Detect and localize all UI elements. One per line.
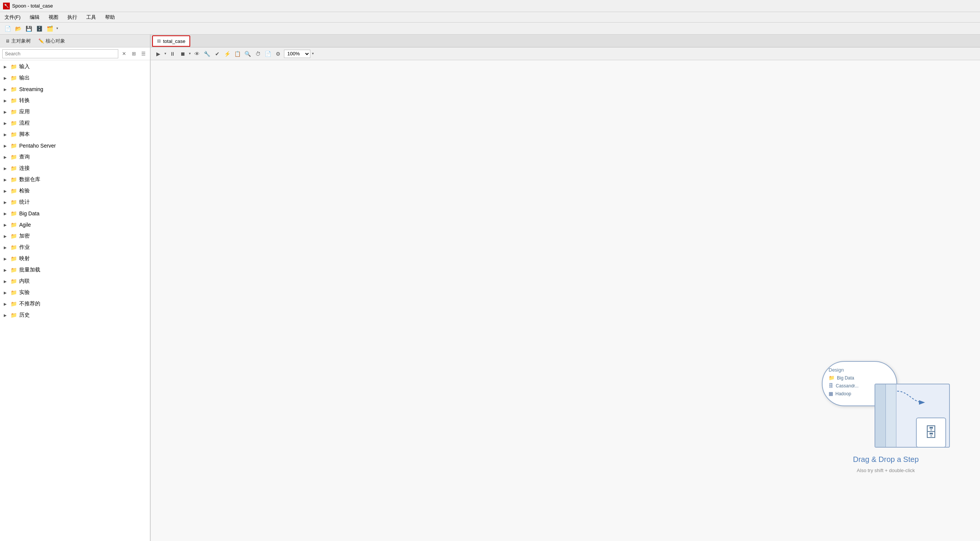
drag-drop-subtitle: Also try shift + double-click — [857, 468, 915, 473]
expand-arrow-streaming: ▶ — [4, 87, 8, 92]
verify-button[interactable]: ✔ — [213, 49, 222, 58]
tree-label-query: 查询 — [19, 154, 30, 160]
title-bar: 🥄 Spoon - total_case — [0, 0, 980, 12]
tree-item-statistics[interactable]: ▶ 📁 统计 — [0, 197, 150, 208]
drag-drop-title: Drag & Drop a Step — [853, 455, 919, 464]
menu-tools[interactable]: 工具 — [85, 13, 97, 21]
tree-item-apply[interactable]: ▶ 📁 应用 — [0, 106, 150, 117]
tree-item-experimental[interactable]: ▶ 📁 实验 — [0, 287, 150, 298]
expand-arrow-output: ▶ — [4, 76, 8, 80]
tree-item-mapping[interactable]: ▶ 📁 映射 — [0, 253, 150, 264]
play-button[interactable]: ▶ — [154, 49, 163, 58]
settings-button[interactable]: ⚙ — [274, 49, 283, 58]
explore-button[interactable]: 🔍 — [243, 49, 252, 58]
left-panel: 🖥 主对象树 ✏️ 核心对象 ✕ ⊞ ☰ ▶ 📁 输入 ▶ 📁 — [0, 35, 151, 541]
menu-run[interactable]: 执行 — [66, 13, 79, 21]
tab-main-tree-label: 主对象树 — [11, 38, 31, 44]
panel-tabs: 🖥 主对象树 ✏️ 核心对象 — [0, 35, 150, 48]
sql-button[interactable]: 📋 — [233, 49, 242, 58]
tree-item-query[interactable]: ▶ 📁 查询 — [0, 151, 150, 163]
tree-label-script: 脚本 — [19, 131, 30, 138]
tree-item-script[interactable]: ▶ 📁 脚本 — [0, 129, 150, 140]
save-as-button[interactable]: 🗄️ — [35, 24, 44, 33]
search-options-button[interactable]: ⊞ — [130, 50, 138, 58]
stop-dropdown[interactable]: ▼ — [188, 52, 191, 56]
search-expand-button[interactable]: ☰ — [139, 50, 148, 58]
tree-label-dep: 不推荐的 — [19, 300, 40, 307]
expand-arrow-script: ▶ — [4, 133, 8, 136]
tree-label-mapping: 映射 — [19, 255, 30, 262]
hint-illustration: Design 📁 Big Data 🗄 Cassandr... ▦ Hadoop — [822, 361, 950, 451]
expand-arrow-inline: ▶ — [4, 279, 8, 284]
popup-hadoop-label: Hadoop — [835, 391, 851, 397]
stop-button[interactable]: ⏹ — [178, 49, 187, 58]
tab-total-case[interactable]: ⊞ total_case — [152, 35, 190, 47]
search-clear-button[interactable]: ✕ — [120, 50, 128, 58]
expand-arrow-history: ▶ — [4, 313, 8, 317]
popup-cassandra-label: Cassandr... — [836, 383, 859, 389]
open-button[interactable]: 📂 — [14, 24, 22, 33]
zoom-select[interactable]: 100% 25% 50% 75% 150% 200% — [284, 50, 310, 58]
tab-main-tree[interactable]: 🖥 主对象树 — [2, 36, 34, 46]
tree-item-validate[interactable]: ▶ 📁 检验 — [0, 185, 150, 197]
menu-view[interactable]: 视图 — [47, 13, 60, 21]
toolbar-dropdown-arrow[interactable]: ▼ — [56, 27, 59, 30]
canvas-area[interactable]: Design 📁 Big Data 🗄 Cassandr... ▦ Hadoop — [151, 60, 980, 541]
expand-arrow-query: ▶ — [4, 155, 8, 159]
impact-button[interactable]: ⚡ — [223, 49, 232, 58]
tree-item-bigdata[interactable]: ▶ 📁 Big Data — [0, 208, 150, 219]
search-input[interactable] — [2, 49, 118, 58]
folder-icon-flow: 📁 — [11, 120, 17, 126]
save-button[interactable]: 💾 — [24, 24, 33, 33]
tree-item-inline[interactable]: ▶ 📁 内联 — [0, 276, 150, 287]
new-button[interactable]: 📄 — [3, 24, 12, 33]
folder-icon-output: 📁 — [11, 75, 17, 81]
tree-label-pentaho: Pentaho Server — [19, 143, 56, 149]
layers-button[interactable]: 🗂️ — [45, 24, 54, 33]
tree-item-flow[interactable]: ▶ 📁 流程 — [0, 117, 150, 129]
tree-item-connect[interactable]: ▶ 📁 连接 — [0, 163, 150, 174]
folder-icon-input: 📁 — [11, 63, 17, 70]
right-tab-bar: ⊞ total_case — [151, 35, 980, 48]
folder-icon-inline: 📁 — [11, 278, 17, 284]
tab-core-objects[interactable]: ✏️ 核心对象 — [35, 36, 68, 46]
tree-item-output[interactable]: ▶ 📁 输出 — [0, 72, 150, 84]
drag-drop-hint: Design 📁 Big Data 🗄 Cassandr... ▦ Hadoop — [822, 361, 950, 473]
schedule-button[interactable]: ⏱ — [253, 49, 262, 58]
tree-item-pentaho-server[interactable]: ▶ 📁 Pentaho Server — [0, 140, 150, 151]
tree-item-history[interactable]: ▶ 📁 历史 — [0, 309, 150, 321]
tree-label-connect: 连接 — [19, 165, 30, 172]
tree-item-streaming[interactable]: ▶ 📁 Streaming — [0, 84, 150, 95]
folder-icon-apply: 📁 — [11, 109, 17, 115]
database-icon: 🗄 — [924, 425, 938, 441]
canvas-left-bar — [875, 384, 886, 447]
tree-item-datawarehouse[interactable]: ▶ 📁 数据仓库 — [0, 174, 150, 185]
right-panel: ⊞ total_case ▶ ▼ ⏸ ⏹ ▼ 👁 🔧 ✔ ⚡ 📋 🔍 ⏱ 📄 ⚙… — [151, 35, 980, 541]
menu-help[interactable]: 帮助 — [103, 13, 116, 21]
clipboard-button[interactable]: 📄 — [264, 49, 273, 58]
tab-core-objects-label: 核心对象 — [46, 38, 65, 44]
tree-item-input[interactable]: ▶ 📁 输入 — [0, 61, 150, 72]
tree-item-encrypt[interactable]: ▶ 📁 加密 — [0, 230, 150, 242]
core-objects-icon: ✏️ — [38, 38, 44, 44]
folder-icon-connect: 📁 — [11, 165, 17, 171]
search-bar: ✕ ⊞ ☰ — [0, 48, 150, 60]
tree-label-bigdata: Big Data — [19, 211, 40, 216]
debug-button[interactable]: 🔧 — [203, 49, 212, 58]
tree-item-transform[interactable]: ▶ 📁 转换 — [0, 95, 150, 106]
tree-item-job[interactable]: ▶ 📁 作业 — [0, 242, 150, 253]
tree-item-bulk-load[interactable]: ▶ 📁 批量加载 — [0, 264, 150, 276]
expand-arrow-apply: ▶ — [4, 110, 8, 114]
pause-button[interactable]: ⏸ — [168, 49, 177, 58]
expand-arrow-flow: ▶ — [4, 121, 8, 125]
tab-total-case-label: total_case — [163, 38, 185, 44]
run-dropdown[interactable]: ▼ — [164, 52, 167, 56]
preview-button[interactable]: 👁 — [192, 49, 202, 58]
zoom-dropdown[interactable]: ▼ — [312, 52, 315, 56]
expand-arrow-pentaho: ▶ — [4, 144, 8, 148]
popup-bigdata-label: Big Data — [837, 375, 854, 381]
tree-item-deprecated[interactable]: ▶ 📁 不推荐的 — [0, 298, 150, 309]
menu-file[interactable]: 文件(F) — [3, 13, 22, 21]
menu-edit[interactable]: 编辑 — [28, 13, 41, 21]
tree-item-agile[interactable]: ▶ 📁 Agile — [0, 219, 150, 230]
